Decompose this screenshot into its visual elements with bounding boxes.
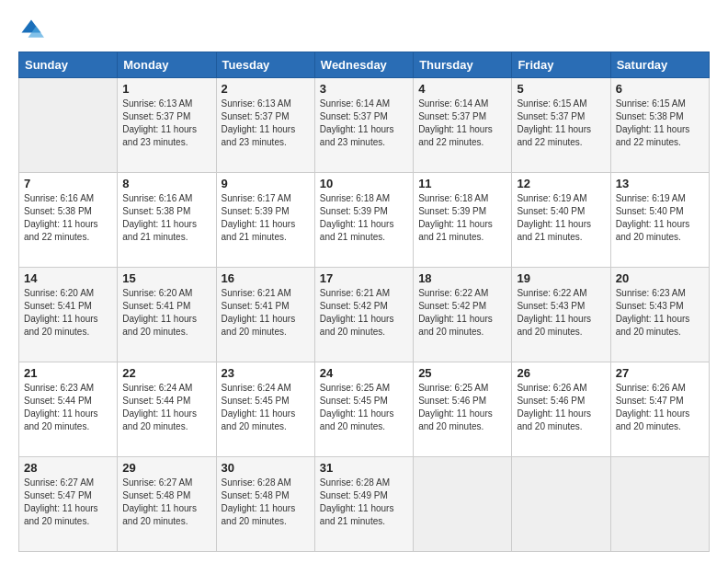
day-number: 5 xyxy=(517,82,605,96)
weekday-header-sunday: Sunday xyxy=(19,52,118,78)
weekday-header-friday: Friday xyxy=(512,52,610,78)
calendar-cell: 10Sunrise: 6:18 AM Sunset: 5:39 PM Dayli… xyxy=(314,173,413,268)
day-number: 30 xyxy=(222,461,310,475)
week-row-5: 28Sunrise: 6:27 AM Sunset: 5:47 PM Dayli… xyxy=(19,457,710,552)
weekday-header-monday: Monday xyxy=(118,52,216,78)
cell-info: Sunrise: 6:14 AM Sunset: 5:37 PM Dayligh… xyxy=(320,98,408,149)
day-number: 3 xyxy=(320,82,408,96)
cell-info: Sunrise: 6:25 AM Sunset: 5:46 PM Dayligh… xyxy=(418,382,506,433)
cell-info: Sunrise: 6:22 AM Sunset: 5:42 PM Dayligh… xyxy=(418,287,506,339)
day-number: 16 xyxy=(222,271,310,285)
cell-info: Sunrise: 6:21 AM Sunset: 5:42 PM Dayligh… xyxy=(320,287,408,339)
cell-info: Sunrise: 6:27 AM Sunset: 5:47 PM Dayligh… xyxy=(24,477,112,528)
cell-info: Sunrise: 6:15 AM Sunset: 5:38 PM Dayligh… xyxy=(616,98,704,149)
calendar-cell: 1Sunrise: 6:13 AM Sunset: 5:37 PM Daylig… xyxy=(118,78,216,173)
calendar-cell: 27Sunrise: 6:26 AM Sunset: 5:47 PM Dayli… xyxy=(610,362,709,457)
week-row-2: 7Sunrise: 6:16 AM Sunset: 5:38 PM Daylig… xyxy=(19,173,710,268)
day-number: 12 xyxy=(517,177,605,190)
calendar-cell: 21Sunrise: 6:23 AM Sunset: 5:44 PM Dayli… xyxy=(19,362,118,457)
day-number: 26 xyxy=(517,366,605,380)
day-number: 2 xyxy=(222,82,310,96)
calendar-cell: 16Sunrise: 6:21 AM Sunset: 5:41 PM Dayli… xyxy=(216,268,314,362)
calendar-cell: 31Sunrise: 6:28 AM Sunset: 5:49 PM Dayli… xyxy=(314,457,413,552)
calendar-cell: 28Sunrise: 6:27 AM Sunset: 5:47 PM Dayli… xyxy=(19,457,118,552)
cell-info: Sunrise: 6:13 AM Sunset: 5:37 PM Dayligh… xyxy=(122,98,210,149)
day-number: 15 xyxy=(122,271,210,285)
page: SundayMondayTuesdayWednesdayThursdayFrid… xyxy=(0,0,728,563)
cell-info: Sunrise: 6:13 AM Sunset: 5:37 PM Dayligh… xyxy=(222,98,310,149)
day-number: 10 xyxy=(320,177,408,190)
week-row-1: 1Sunrise: 6:13 AM Sunset: 5:37 PM Daylig… xyxy=(19,78,710,173)
day-number: 17 xyxy=(320,271,408,285)
logo-icon xyxy=(18,17,44,42)
cell-info: Sunrise: 6:28 AM Sunset: 5:48 PM Dayligh… xyxy=(222,477,310,528)
calendar-cell: 22Sunrise: 6:24 AM Sunset: 5:44 PM Dayli… xyxy=(118,362,216,457)
day-number: 14 xyxy=(24,271,112,285)
cell-info: Sunrise: 6:18 AM Sunset: 5:39 PM Dayligh… xyxy=(320,192,408,244)
cell-info: Sunrise: 6:15 AM Sunset: 5:37 PM Dayligh… xyxy=(517,98,605,149)
day-number: 1 xyxy=(122,82,210,96)
cell-info: Sunrise: 6:14 AM Sunset: 5:37 PM Dayligh… xyxy=(418,98,506,149)
header xyxy=(18,17,710,42)
cell-info: Sunrise: 6:20 AM Sunset: 5:41 PM Dayligh… xyxy=(24,287,112,339)
cell-info: Sunrise: 6:22 AM Sunset: 5:43 PM Dayligh… xyxy=(517,287,605,339)
weekday-header-saturday: Saturday xyxy=(610,52,709,78)
weekday-header-wednesday: Wednesday xyxy=(314,52,413,78)
day-number: 9 xyxy=(222,177,310,190)
day-number: 6 xyxy=(616,82,704,96)
calendar-table: SundayMondayTuesdayWednesdayThursdayFrid… xyxy=(18,52,710,552)
logo xyxy=(18,17,48,42)
calendar-cell: 2Sunrise: 6:13 AM Sunset: 5:37 PM Daylig… xyxy=(216,78,314,173)
calendar-cell: 11Sunrise: 6:18 AM Sunset: 5:39 PM Dayli… xyxy=(414,173,512,268)
calendar-cell: 13Sunrise: 6:19 AM Sunset: 5:40 PM Dayli… xyxy=(610,173,709,268)
cell-info: Sunrise: 6:21 AM Sunset: 5:41 PM Dayligh… xyxy=(222,287,310,339)
calendar-cell xyxy=(19,78,118,173)
day-number: 13 xyxy=(616,177,704,190)
calendar-cell: 25Sunrise: 6:25 AM Sunset: 5:46 PM Dayli… xyxy=(414,362,512,457)
day-number: 19 xyxy=(517,271,605,285)
day-number: 8 xyxy=(122,177,210,190)
calendar-cell xyxy=(512,457,610,552)
calendar-cell xyxy=(610,457,709,552)
cell-info: Sunrise: 6:16 AM Sunset: 5:38 PM Dayligh… xyxy=(24,192,112,244)
calendar-cell: 15Sunrise: 6:20 AM Sunset: 5:41 PM Dayli… xyxy=(118,268,216,362)
cell-info: Sunrise: 6:17 AM Sunset: 5:39 PM Dayligh… xyxy=(222,192,310,244)
calendar-cell: 14Sunrise: 6:20 AM Sunset: 5:41 PM Dayli… xyxy=(19,268,118,362)
cell-info: Sunrise: 6:26 AM Sunset: 5:46 PM Dayligh… xyxy=(517,382,605,433)
calendar-cell xyxy=(414,457,512,552)
cell-info: Sunrise: 6:28 AM Sunset: 5:49 PM Dayligh… xyxy=(320,477,408,528)
day-number: 27 xyxy=(616,366,704,380)
day-number: 22 xyxy=(122,366,210,380)
cell-info: Sunrise: 6:23 AM Sunset: 5:44 PM Dayligh… xyxy=(24,382,112,433)
calendar-cell: 23Sunrise: 6:24 AM Sunset: 5:45 PM Dayli… xyxy=(216,362,314,457)
day-number: 20 xyxy=(616,271,704,285)
calendar-cell: 26Sunrise: 6:26 AM Sunset: 5:46 PM Dayli… xyxy=(512,362,610,457)
calendar-cell: 9Sunrise: 6:17 AM Sunset: 5:39 PM Daylig… xyxy=(216,173,314,268)
calendar-cell: 12Sunrise: 6:19 AM Sunset: 5:40 PM Dayli… xyxy=(512,173,610,268)
calendar-cell: 4Sunrise: 6:14 AM Sunset: 5:37 PM Daylig… xyxy=(414,78,512,173)
cell-info: Sunrise: 6:26 AM Sunset: 5:47 PM Dayligh… xyxy=(616,382,704,433)
cell-info: Sunrise: 6:27 AM Sunset: 5:48 PM Dayligh… xyxy=(122,477,210,528)
day-number: 25 xyxy=(418,366,506,380)
day-number: 29 xyxy=(122,461,210,475)
day-number: 28 xyxy=(24,461,112,475)
cell-info: Sunrise: 6:19 AM Sunset: 5:40 PM Dayligh… xyxy=(517,192,605,244)
day-number: 23 xyxy=(222,366,310,380)
cell-info: Sunrise: 6:20 AM Sunset: 5:41 PM Dayligh… xyxy=(122,287,210,339)
calendar-cell: 5Sunrise: 6:15 AM Sunset: 5:37 PM Daylig… xyxy=(512,78,610,173)
day-number: 7 xyxy=(24,177,112,190)
calendar-cell: 30Sunrise: 6:28 AM Sunset: 5:48 PM Dayli… xyxy=(216,457,314,552)
calendar-cell: 7Sunrise: 6:16 AM Sunset: 5:38 PM Daylig… xyxy=(19,173,118,268)
cell-info: Sunrise: 6:24 AM Sunset: 5:45 PM Dayligh… xyxy=(222,382,310,433)
calendar-cell: 8Sunrise: 6:16 AM Sunset: 5:38 PM Daylig… xyxy=(118,173,216,268)
cell-info: Sunrise: 6:23 AM Sunset: 5:43 PM Dayligh… xyxy=(616,287,704,339)
calendar-cell: 17Sunrise: 6:21 AM Sunset: 5:42 PM Dayli… xyxy=(314,268,413,362)
cell-info: Sunrise: 6:25 AM Sunset: 5:45 PM Dayligh… xyxy=(320,382,408,433)
weekday-header-thursday: Thursday xyxy=(414,52,512,78)
calendar-cell: 29Sunrise: 6:27 AM Sunset: 5:48 PM Dayli… xyxy=(118,457,216,552)
calendar-cell: 24Sunrise: 6:25 AM Sunset: 5:45 PM Dayli… xyxy=(314,362,413,457)
calendar-cell: 6Sunrise: 6:15 AM Sunset: 5:38 PM Daylig… xyxy=(610,78,709,173)
calendar-cell: 3Sunrise: 6:14 AM Sunset: 5:37 PM Daylig… xyxy=(314,78,413,173)
calendar-cell: 20Sunrise: 6:23 AM Sunset: 5:43 PM Dayli… xyxy=(610,268,709,362)
day-number: 21 xyxy=(24,366,112,380)
